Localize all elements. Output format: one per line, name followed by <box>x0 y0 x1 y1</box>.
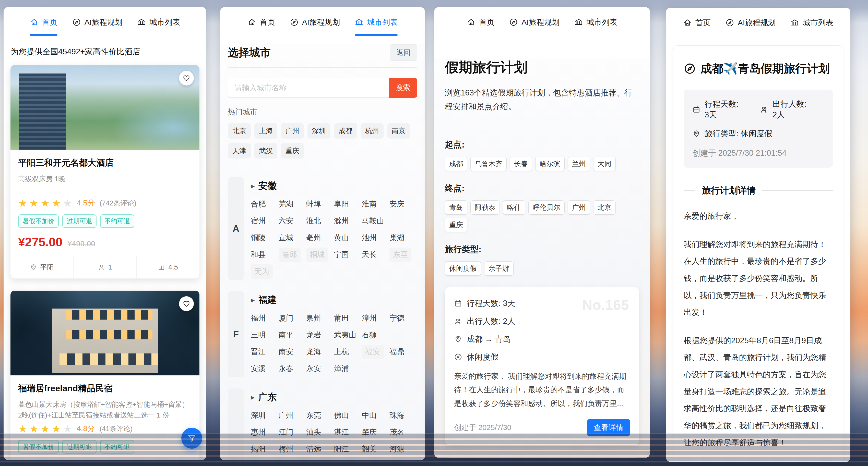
filter-option-pill[interactable]: 重庆 <box>445 218 467 232</box>
city-item[interactable]: 石狮 <box>362 330 377 340</box>
city-item[interactable]: 惠州 <box>251 427 266 437</box>
city-item[interactable]: 天长 <box>362 249 377 260</box>
city-item[interactable]: 福鼎 <box>390 347 404 357</box>
nav-item-home[interactable]: 首页 <box>30 7 58 37</box>
hotel-score[interactable]: 4.5 <box>136 256 199 278</box>
nav-item-compass[interactable]: AI旅程规划 <box>290 7 340 37</box>
search-button[interactable]: 搜索 <box>389 78 417 98</box>
city-item[interactable]: 宁德 <box>390 313 404 323</box>
filter-option-pill[interactable]: 兰州 <box>568 157 590 171</box>
city-item[interactable]: 晋江 <box>251 347 266 357</box>
nav-item-home[interactable]: 首页 <box>683 8 711 38</box>
filter-option-pill[interactable]: 阿勒泰 <box>470 200 500 214</box>
filter-option-pill[interactable]: 青岛 <box>445 200 467 214</box>
city-item[interactable]: 韶关 <box>362 444 377 454</box>
nav-item-home[interactable]: 首页 <box>247 7 275 37</box>
nav-item-building[interactable]: 城市列表 <box>355 7 398 37</box>
view-details-button[interactable]: 查看详情 <box>587 419 630 436</box>
city-item[interactable]: 滁州 <box>334 216 349 226</box>
province-header[interactable]: ▶ 安徽 <box>251 177 417 196</box>
city-item[interactable]: 安庆 <box>390 199 404 209</box>
city-item[interactable]: 龙海 <box>306 347 321 357</box>
city-item[interactable]: 梅州 <box>279 444 293 454</box>
hotel-card[interactable]: 平阳三和开元名都大酒店 高级双床房 1晚 ★★★★★ 4.5分 (742条评论)… <box>10 65 200 279</box>
city-item[interactable]: 亳州 <box>306 233 321 243</box>
city-item[interactable]: 厦门 <box>279 313 293 323</box>
nav-item-compass[interactable]: AI旅程规划 <box>725 8 776 38</box>
hot-city-pill[interactable]: 深圳 <box>307 123 331 139</box>
nav-item-home[interactable]: 首页 <box>467 7 494 37</box>
back-button[interactable]: 返回 <box>390 44 417 61</box>
city-item[interactable]: 福州 <box>251 313 266 323</box>
favorite-button[interactable] <box>179 71 194 86</box>
city-item[interactable]: 清远 <box>306 444 321 454</box>
hot-city-pill[interactable]: 成都 <box>334 123 357 139</box>
hot-city-pill[interactable]: 杭州 <box>361 123 383 139</box>
city-item[interactable]: 深圳 <box>251 410 266 421</box>
city-item[interactable]: 蚌埠 <box>306 199 321 209</box>
province-header[interactable]: ▶ 福建 <box>251 291 417 310</box>
filter-option-pill[interactable]: 北京 <box>593 200 616 214</box>
city-search-input[interactable] <box>228 78 389 98</box>
hot-city-pill[interactable]: 天津 <box>228 143 251 159</box>
city-item[interactable]: 池州 <box>362 233 377 243</box>
city-item[interactable]: 茂名 <box>390 427 404 437</box>
city-item[interactable]: 阜阳 <box>334 199 349 209</box>
city-item[interactable]: 铜陵 <box>251 233 266 243</box>
filter-option-pill[interactable]: 长春 <box>510 157 532 171</box>
city-item[interactable]: 佛山 <box>334 410 349 421</box>
city-item[interactable]: 漳州 <box>362 313 377 323</box>
hot-city-pill[interactable]: 上海 <box>254 123 277 139</box>
hotel-card[interactable]: 福瑞居freeland精品民宿 暮色山景大床房（按摩浴缸+智能客控+智能马桶+窗… <box>10 291 200 460</box>
city-item[interactable]: 宿州 <box>251 216 266 226</box>
city-item[interactable]: 河源 <box>390 444 404 454</box>
city-item[interactable]: 汕头 <box>306 427 321 437</box>
hotel-guests[interactable]: 1 <box>73 256 136 278</box>
city-item[interactable]: 珠海 <box>390 410 404 421</box>
province-header[interactable]: ▶ 广东 <box>251 389 417 407</box>
nav-item-compass[interactable]: AI旅程规划 <box>509 7 559 37</box>
city-item[interactable]: 六安 <box>279 216 293 226</box>
hot-city-pill[interactable]: 武汉 <box>254 143 277 159</box>
city-item[interactable]: 安溪 <box>251 364 266 374</box>
city-item[interactable]: 永春 <box>279 364 293 374</box>
city-item[interactable]: 巢湖 <box>390 233 404 243</box>
filter-option-pill[interactable]: 成都 <box>445 157 467 171</box>
filter-option-pill[interactable]: 哈尔滨 <box>535 157 565 171</box>
city-item[interactable]: 肇庆 <box>362 427 377 437</box>
city-item[interactable]: 泉州 <box>306 313 321 323</box>
city-item[interactable]: 黄山 <box>334 233 349 243</box>
filter-option-pill[interactable]: 广州 <box>568 200 590 214</box>
hot-city-pill[interactable]: 广州 <box>281 123 304 139</box>
city-item[interactable]: 淮南 <box>362 199 377 209</box>
city-item[interactable]: 宁国 <box>334 249 349 260</box>
filter-option-pill[interactable]: 喀什 <box>503 200 525 214</box>
city-item[interactable]: 合肥 <box>251 199 266 209</box>
city-item[interactable]: 永安 <box>306 364 321 374</box>
filter-option-pill[interactable]: 呼伦贝尔 <box>528 200 565 214</box>
city-item[interactable]: 上杭 <box>334 347 349 357</box>
city-item[interactable]: 广州 <box>279 410 293 421</box>
city-item[interactable]: 龙岩 <box>306 330 321 340</box>
filter-option-pill[interactable]: 大同 <box>593 157 616 171</box>
favorite-button[interactable] <box>179 296 194 311</box>
city-item[interactable]: 湛江 <box>334 427 349 437</box>
city-item[interactable]: 江门 <box>279 427 293 437</box>
city-item[interactable]: 莆田 <box>334 313 349 323</box>
hot-city-pill[interactable]: 北京 <box>228 123 251 139</box>
city-item[interactable]: 三明 <box>251 330 266 340</box>
filter-option-pill[interactable]: 乌鲁木齐 <box>470 157 507 171</box>
hot-city-pill[interactable]: 南京 <box>387 123 410 139</box>
city-item[interactable]: 马鞍山 <box>362 216 384 226</box>
filter-fab-button[interactable] <box>181 428 202 448</box>
city-item[interactable]: 和县 <box>251 249 266 260</box>
nav-item-compass[interactable]: AI旅程规划 <box>72 7 122 37</box>
city-item[interactable]: 漳浦 <box>334 364 349 374</box>
city-item[interactable]: 东莞 <box>306 410 321 421</box>
city-item[interactable]: 揭阳 <box>251 444 266 454</box>
hotel-location[interactable]: 平阳 <box>10 256 73 278</box>
nav-item-building[interactable]: 城市列表 <box>574 7 617 37</box>
city-item[interactable]: 芜湖 <box>279 199 293 209</box>
nav-item-building[interactable]: 城市列表 <box>137 7 180 37</box>
nav-item-building[interactable]: 城市列表 <box>790 8 833 38</box>
